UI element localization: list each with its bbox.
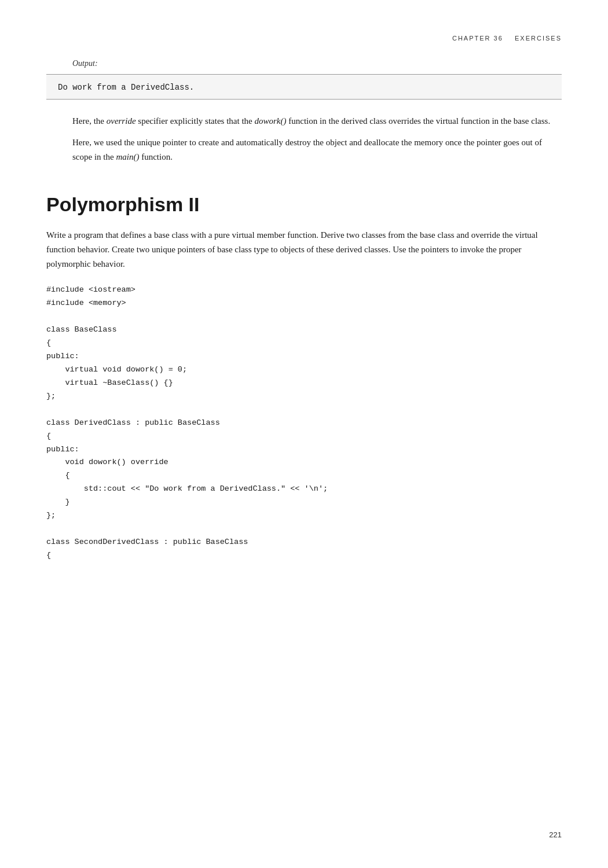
chapter-section: EXERCISES [515, 35, 562, 42]
paragraph-2: Here, we used the unique pointer to crea… [46, 135, 562, 164]
page-number: 221 [549, 830, 562, 839]
output-box: Do work from a DerivedClass. [46, 74, 562, 100]
section-description: Write a program that defines a base clas… [46, 228, 562, 271]
output-label: Output: [46, 59, 562, 68]
section-heading: Polymorphism II [46, 193, 562, 216]
output-content: Do work from a DerivedClass. [58, 83, 194, 92]
italic-override: override [107, 116, 136, 126]
page-header: CHAPTER 36 EXERCISES [46, 35, 562, 42]
paragraph-1: Here, the override specifier explicitly … [46, 114, 562, 128]
page-container: CHAPTER 36 EXERCISES Output: Do work fro… [0, 0, 608, 868]
italic-dowork: dowork() [254, 116, 286, 126]
italic-main: main() [116, 152, 139, 161]
code-block: #include <iostream> #include <memory> cl… [46, 284, 562, 562]
chapter-header: CHAPTER 36 EXERCISES [452, 35, 562, 42]
chapter-number: CHAPTER 36 [452, 35, 503, 42]
